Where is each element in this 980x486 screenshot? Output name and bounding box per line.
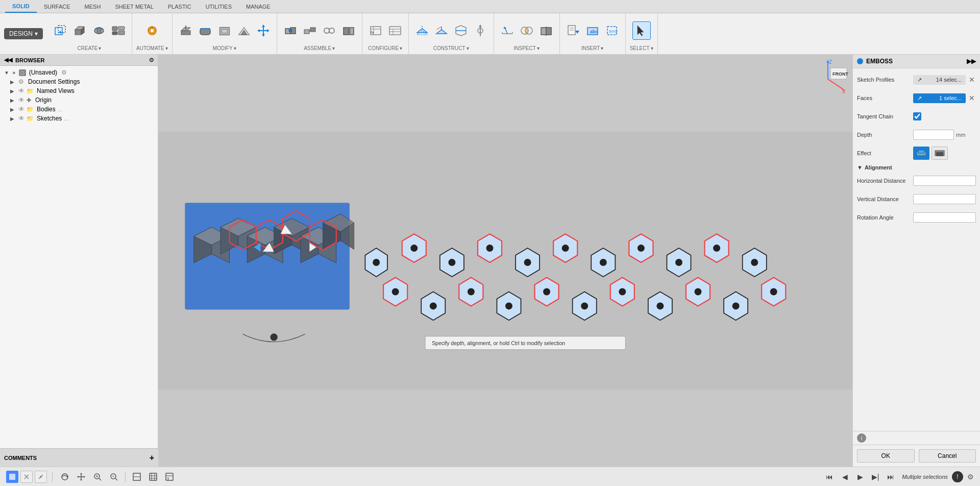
tangent-chain-row: Tangent Chain xyxy=(857,109,976,124)
playback-first-button[interactable]: ⏮ xyxy=(822,471,837,483)
decal-button[interactable]: abc xyxy=(583,21,602,40)
tree-root[interactable]: ▼ ● □ (Unsaved) ⚙ xyxy=(0,68,158,77)
nav-cube[interactable]: Z X FRONT xyxy=(807,59,848,100)
design-button[interactable]: DESIGN ▾ xyxy=(4,28,43,39)
insert-derive-button[interactable] xyxy=(564,21,582,40)
tooltip-text: Specify depth, alignment, or hold Ctrl t… xyxy=(432,341,565,346)
inspect-label[interactable]: INSPECT ▾ xyxy=(513,45,539,52)
tangent-chain-checkbox[interactable] xyxy=(913,112,921,120)
settings-icon[interactable]: ⚙ xyxy=(967,473,974,481)
emboss-expand-icon[interactable]: ▶▶ xyxy=(967,58,976,65)
tree-root-settings-icon[interactable]: ⚙ xyxy=(61,69,67,76)
move-button[interactable] xyxy=(254,21,273,40)
tab-plastic[interactable]: PLASTIC xyxy=(161,0,199,13)
info-icon[interactable]: i xyxy=(857,433,866,443)
svg-text:Z: Z xyxy=(829,59,832,65)
parameters-button[interactable]: fx xyxy=(366,21,385,40)
svg-rect-1 xyxy=(58,26,65,33)
tab-utilities[interactable]: UTILITIES xyxy=(199,0,239,13)
interference-button[interactable] xyxy=(518,21,536,40)
modify-chevron-icon: ▾ xyxy=(234,45,236,51)
configurations-button[interactable] xyxy=(386,21,404,40)
effect-engrave-icon[interactable] xyxy=(932,147,948,160)
tree-origin-icon: ✛ xyxy=(27,97,31,104)
faces-selector[interactable]: ↗ 1 selec... xyxy=(913,93,966,103)
section-analysis-button[interactable] xyxy=(537,21,555,40)
svg-point-110 xyxy=(410,245,418,252)
playback-play-button[interactable]: ▶ xyxy=(853,471,867,483)
select-group: SELECT ▾ xyxy=(626,13,658,54)
ok-button[interactable]: OK xyxy=(857,449,915,463)
tab-sheet-metal[interactable]: SHEET METAL xyxy=(108,0,160,13)
sketch-profiles-clear-button[interactable]: ✕ xyxy=(968,76,976,84)
select-label[interactable]: SELECT ▾ xyxy=(630,45,653,52)
modify-label[interactable]: MODIFY ▾ xyxy=(213,45,236,52)
tab-surface[interactable]: SURFACE xyxy=(37,0,78,13)
extrude-button[interactable] xyxy=(70,21,89,40)
enable-contact-button[interactable] xyxy=(339,21,358,40)
tree-doc-settings[interactable]: ▶ ⚙ Document Settings xyxy=(0,77,158,86)
orbit-tool-button[interactable] xyxy=(58,471,72,483)
press-pull-button[interactable] xyxy=(177,21,195,40)
midplane-button[interactable] xyxy=(452,21,470,40)
bottom-tool-separator2 xyxy=(125,472,126,482)
playback-last-button[interactable]: ⏭ xyxy=(884,471,898,483)
display-settings-button[interactable] xyxy=(146,471,160,483)
sketch-profiles-selector[interactable]: ↗ 14 selec... xyxy=(913,75,966,85)
construct-label[interactable]: CONSTRUCT ▾ xyxy=(433,45,469,52)
measure-button[interactable] xyxy=(498,21,517,40)
as-built-joint-button[interactable] xyxy=(301,21,319,40)
zoom-fit-button[interactable] xyxy=(107,471,121,483)
svg-text:|||: ||| xyxy=(167,477,169,480)
comments-add-icon[interactable]: + xyxy=(150,453,154,463)
revolve-button[interactable] xyxy=(90,21,108,40)
insert-label[interactable]: INSERT ▾ xyxy=(581,45,604,52)
tree-sketches[interactable]: ▶ 👁 📁 Sketches … xyxy=(0,114,158,123)
tab-manage[interactable]: MANAGE xyxy=(239,0,278,13)
configure-label[interactable]: CONFIGURE ▾ xyxy=(368,45,402,52)
playback-prev-button[interactable]: ◀ xyxy=(838,471,852,483)
rotation-angle-input[interactable]: 0.0 deg xyxy=(913,212,976,223)
insert-svg-button[interactable]: SVG xyxy=(603,21,621,40)
playback-next-button[interactable]: ▶| xyxy=(868,471,883,483)
notifications-icon[interactable]: ! xyxy=(952,471,963,482)
motion-link-button[interactable] xyxy=(320,21,338,40)
faces-clear-button[interactable]: ✕ xyxy=(968,94,976,102)
offset-plane-button[interactable] xyxy=(413,21,431,40)
tab-solid[interactable]: SOLID xyxy=(5,0,37,13)
svg-point-132 xyxy=(430,302,437,309)
more-create-button[interactable] xyxy=(109,21,128,40)
vertical-distance-input[interactable]: 0.00 mm xyxy=(913,194,976,204)
cancel-button[interactable]: Cancel xyxy=(919,449,976,463)
horizontal-distance-input[interactable]: 0.00 mm xyxy=(913,176,976,186)
zoom-tool-button[interactable] xyxy=(90,471,105,483)
effect-label: Effect xyxy=(857,150,913,156)
axis-button[interactable] xyxy=(471,21,489,40)
pan-tool-button[interactable] xyxy=(74,471,88,483)
fillet-button[interactable] xyxy=(196,21,214,40)
alignment-section-title[interactable]: ▼ Alignment xyxy=(857,164,976,171)
svg-marker-73 xyxy=(575,31,579,34)
browser-collapse-icon[interactable]: ◀◀ xyxy=(4,57,12,63)
tree-origin[interactable]: ▶ 👁 ✛ Origin xyxy=(0,95,158,105)
assemble-label[interactable]: ASSEMBLE ▾ xyxy=(304,45,335,52)
view-mode-button[interactable] xyxy=(130,471,144,483)
tab-mesh[interactable]: MESH xyxy=(78,0,108,13)
automate-label[interactable]: AUTOMATE ▾ xyxy=(136,45,168,52)
tree-bodies[interactable]: ▶ 👁 📁 Bodies … xyxy=(0,105,158,114)
depth-input[interactable]: 1.50 xyxy=(913,130,954,140)
automate-button[interactable] xyxy=(143,21,161,40)
scale-button[interactable] xyxy=(235,21,253,40)
offset-plane2-button[interactable] xyxy=(432,21,451,40)
effect-emboss-icon[interactable] xyxy=(913,147,929,160)
new-component-button[interactable] xyxy=(51,21,69,40)
view-toolbar-button[interactable]: ||| xyxy=(162,471,177,483)
create-label[interactable]: CREATE ▾ xyxy=(78,45,102,52)
select-button[interactable] xyxy=(632,21,651,40)
joint-button[interactable] xyxy=(281,21,300,40)
assemble-group: ASSEMBLE ▾ xyxy=(277,13,362,54)
tree-sketches-expand-icon: ▶ xyxy=(10,116,16,121)
browser-options-icon[interactable]: ⊙ xyxy=(149,57,154,63)
tree-named-views[interactable]: ▶ 👁 📁 Named Views xyxy=(0,86,158,95)
shell-button[interactable] xyxy=(215,21,234,40)
